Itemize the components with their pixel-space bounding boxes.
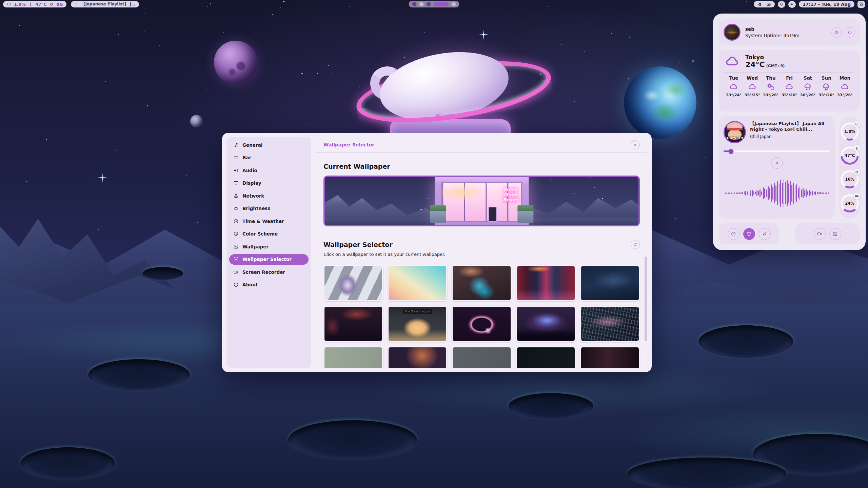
- waveform-bar: [798, 188, 799, 198]
- clock-text: 17:17 - Tue, 19 Aug: [803, 2, 851, 7]
- wallpaper-thumbnail[interactable]: [580, 306, 640, 342]
- sidebar-item[interactable]: General: [229, 140, 309, 150]
- forecast-temps: 33°/26°: [763, 93, 778, 97]
- waveform-bar: [806, 189, 807, 197]
- waveform-bar: [739, 192, 740, 194]
- wallpaper-thumbnail[interactable]: [516, 306, 576, 342]
- selector-subtitle: Click on a wallpaper to set it as your c…: [323, 252, 640, 257]
- thermometer-icon: [28, 2, 33, 6]
- weather-card: Tokyo 24°C(GMT+9) Tue 33°/24° Wed 35°/25…: [719, 50, 860, 111]
- sidebar-item[interactable]: Screen Recorder: [229, 267, 309, 277]
- divider: [316, 152, 647, 152]
- wallpaper-thumbnail[interactable]: [452, 346, 511, 368]
- sidebar-item-icon: [233, 142, 239, 148]
- sidebar-item[interactable]: About: [229, 280, 309, 290]
- wallpaper-thumbnail[interactable]: [452, 265, 511, 301]
- power-profile-button[interactable]: [743, 228, 755, 240]
- gauge-icon: [7, 2, 11, 6]
- system-stat-ring: 16%: [840, 170, 859, 189]
- power-profile-button[interactable]: [759, 228, 771, 240]
- workspace-indicator: [409, 1, 459, 7]
- waveform-bar: [734, 192, 735, 194]
- waveform-bar: [793, 183, 794, 204]
- sidebar-item[interactable]: Audio: [229, 165, 309, 176]
- wallpaper-thumbnail[interactable]: ローファイコーヒー: [388, 306, 447, 342]
- waveform-bar: [815, 191, 816, 195]
- sidebar-item[interactable]: Wallpaper Selector: [229, 254, 309, 265]
- waveform-bar: [756, 190, 757, 196]
- sidebar-item[interactable]: Bar: [229, 152, 309, 163]
- scrollbar-thumb[interactable]: [645, 257, 647, 341]
- stat-value: 1.8%: [840, 122, 859, 141]
- wallpaper-thumbnail[interactable]: [323, 346, 383, 368]
- seek-slider[interactable]: [724, 149, 830, 154]
- shortcut-button[interactable]: [814, 228, 826, 240]
- system-stats-pill[interactable]: 1.8% 47°C 8G: [3, 1, 66, 7]
- workspace-dot[interactable]: [452, 2, 456, 6]
- wallpaper-thumbnail[interactable]: [580, 265, 640, 301]
- clock-pill[interactable]: 17:17 - Tue, 19 Aug: [799, 1, 854, 7]
- sidebar-item[interactable]: Network: [229, 190, 309, 201]
- sidebar-item-icon: [233, 231, 239, 237]
- waveform-bar: [745, 191, 746, 196]
- tray-icon[interactable]: [766, 2, 771, 7]
- sidebar-item-icon: [233, 206, 239, 211]
- settings-content: Wallpaper Selector Current Wallpaper Fre…: [316, 137, 647, 368]
- weather-temp: 24°C(GMT+9): [745, 61, 785, 68]
- sidebar-item[interactable]: Wallpaper: [229, 241, 309, 252]
- grid-icon: [859, 2, 864, 6]
- media-pill[interactable]: 【Japanese Playlist】 J...: [71, 1, 139, 7]
- sidebar-item[interactable]: Display: [229, 178, 309, 188]
- shortcut-button[interactable]: [829, 228, 841, 240]
- tray-icon[interactable]: [757, 2, 762, 7]
- sidebar-item[interactable]: Brightness: [229, 203, 309, 214]
- gear-icon: [834, 30, 839, 35]
- play-pause-button[interactable]: [771, 157, 783, 169]
- sidebar-item[interactable]: Time & Weather: [229, 216, 309, 226]
- album-art-text: TOKYO LO: [725, 137, 745, 140]
- close-button[interactable]: [631, 140, 640, 149]
- wallpaper-thumbnail[interactable]: [516, 265, 576, 301]
- seek-thumb[interactable]: [728, 149, 733, 154]
- wallpaper-thumbnail[interactable]: [323, 306, 383, 342]
- system-stat-ring: 24%: [840, 194, 859, 213]
- settings-sidebar: General Bar Audio Display Network Bright…: [226, 137, 311, 368]
- sidebar-item[interactable]: Color Scheme: [229, 229, 309, 239]
- wallpaper-thumbnail[interactable]: [516, 346, 576, 368]
- preview-menu-board: [488, 207, 497, 222]
- dashboard-button[interactable]: [857, 1, 865, 8]
- sidebar-item-label: Display: [242, 180, 261, 186]
- stat-value: 24%: [840, 194, 859, 213]
- pause-icon: [75, 2, 78, 6]
- crater: [142, 267, 183, 280]
- sidebar-item-label: Screen Recorder: [242, 269, 285, 275]
- sidebar-item-icon: [233, 219, 239, 224]
- notifications-button[interactable]: [778, 1, 785, 8]
- wallpaper-thumbnail[interactable]: [580, 346, 640, 368]
- media-title: 【Japanese Playlist】 J...: [81, 1, 135, 7]
- wallpaper-thumbnail[interactable]: [388, 265, 447, 301]
- pause-icon: [774, 161, 779, 165]
- waveform-bar: [772, 187, 773, 200]
- workspace-dot[interactable]: [419, 2, 424, 6]
- waveform-bar: [820, 192, 821, 194]
- power-profile-button[interactable]: [728, 228, 739, 240]
- workspace-dot[interactable]: [427, 2, 431, 6]
- refresh-button[interactable]: [631, 240, 640, 249]
- side-panel: seb System Uptime: 4h19m Tokyo 24°C(GMT+…: [713, 14, 866, 250]
- forecast-weather-icon: [766, 82, 775, 91]
- waveform-bar: [809, 190, 810, 196]
- waveform-bar: [780, 180, 781, 207]
- volume-button[interactable]: [788, 1, 796, 8]
- wallpaper-thumbnail[interactable]: [388, 346, 447, 368]
- workspace-dot[interactable]: [412, 2, 417, 6]
- sidebar-item-icon: [233, 244, 239, 249]
- workspace-dot[interactable]: [434, 2, 449, 6]
- settings-button[interactable]: [831, 27, 842, 38]
- wallpaper-thumbnail[interactable]: [452, 306, 511, 342]
- audio-waveform: [724, 172, 830, 214]
- wallpaper-thumbnail[interactable]: [323, 265, 383, 301]
- forecast-day: Sat 36°/26°: [799, 75, 817, 97]
- power-button[interactable]: [845, 27, 855, 38]
- waveform-bar: [818, 192, 820, 195]
